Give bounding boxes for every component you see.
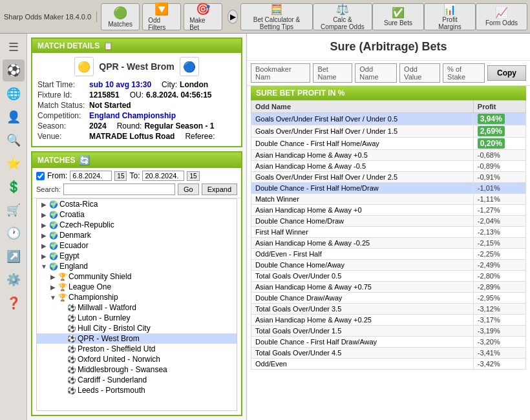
match-status-label: Match Status: — [37, 101, 89, 110]
tree-item[interactable]: ▼🏆Championship — [37, 292, 237, 302]
table-row[interactable]: Double Chance Draw/Away-2,95% — [251, 293, 526, 304]
matches-button[interactable]: 🟢 Matches — [101, 3, 140, 30]
table-row[interactable]: First Half Winner-2,13% — [251, 227, 526, 238]
sidebar-settings-icon[interactable]: ⚙️ — [3, 269, 25, 291]
table-row[interactable]: Goals Over/Under First Half Over / Under… — [251, 113, 526, 125]
tree-expand-icon: ▶ — [39, 241, 48, 250]
sidebar-star-icon[interactable]: ⭐ — [3, 152, 25, 174]
table-row[interactable]: Asian Handicap Home & Away +0-1,27% — [251, 205, 526, 216]
sidebar-home-icon[interactable]: ☰ — [3, 36, 25, 58]
tree-item[interactable]: ⚽Cardiff - Sunderland — [37, 375, 237, 385]
sidebar-globe-icon[interactable]: 🌐 — [3, 83, 25, 105]
table-row[interactable]: Asian Handicap Home & Away -0.5-0,89% — [251, 161, 526, 172]
table-row[interactable]: Double Chance - First Half Draw/Away-3,2… — [251, 337, 526, 348]
copy-button[interactable]: Copy — [487, 65, 526, 81]
sure-bets-button[interactable]: ✅ Sure Bets — [372, 3, 424, 30]
form-odds-button[interactable]: 📈 Form Odds — [476, 3, 527, 30]
sidebar-cart-icon[interactable]: 🛒 — [3, 199, 25, 221]
from-calendar-button[interactable]: 15 — [114, 171, 127, 181]
tree-container[interactable]: ▶🌍Costa-Rica▶🌍Croatia▶🌍Czech-Republic▶🌍D… — [36, 198, 237, 411]
form-odds-label: Form Odds — [485, 19, 518, 26]
tree-item[interactable]: ▶🌍Denmark — [37, 230, 237, 240]
table-row[interactable]: Match Winner-1,11% — [251, 194, 526, 205]
tree-item[interactable]: ▶🌍Czech-Republic — [37, 220, 237, 230]
tree-item[interactable]: ⚽Millwall - Watford — [37, 302, 237, 313]
sidebar-search-icon[interactable]: 🔍 — [3, 129, 25, 151]
tree-item[interactable]: ⚽Leeds - Portsmouth — [37, 385, 237, 395]
table-row[interactable]: Goals Over/Under First Half Over / Under… — [251, 172, 526, 183]
odd-name-field[interactable]: Odd Name — [355, 63, 397, 83]
table-row[interactable]: Double Chance - First Half Home/Away0,20… — [251, 138, 526, 150]
odd-filters-button[interactable]: 🔽 Odd Filters — [142, 3, 181, 30]
tree-item-icon: ⚽ — [67, 334, 76, 343]
table-row[interactable]: Total Goals Over/Under 0.5-2,80% — [251, 271, 526, 282]
odd-value-field[interactable]: Odd Value — [399, 63, 440, 83]
search-input[interactable] — [63, 184, 175, 195]
tree-expand-icon: ▶ — [39, 200, 48, 209]
stake-field[interactable]: % of Stake — [443, 63, 485, 83]
table-row[interactable]: Double Chance - First Half Home/Draw-1,0… — [251, 183, 526, 194]
table-row[interactable]: Total Goals Over/Under 4.5-3,41% — [251, 348, 526, 359]
to-calendar-button[interactable]: 15 — [187, 171, 199, 181]
table-row[interactable]: Odd/Even-3,42% — [251, 359, 526, 370]
tree-item[interactable]: ▶🌍Ecuador — [37, 240, 237, 251]
sidebar-person-icon[interactable]: 👤 — [3, 106, 25, 128]
table-row[interactable]: Asian Handicap Home & Away +0.25-3,17% — [251, 315, 526, 326]
tree-item[interactable]: ▶🏆Community Shield — [37, 271, 237, 282]
tree-item[interactable]: ▶🌍Egypt — [37, 251, 237, 261]
table-row[interactable]: Double Chance Home/Draw-2,04% — [251, 216, 526, 227]
sidebar-soccer-icon[interactable]: ⚽ — [3, 59, 25, 81]
match-title: QPR - West Brom — [99, 61, 174, 72]
go-button[interactable]: Go — [178, 184, 199, 195]
sidebar-dollar-icon[interactable]: 💲 — [3, 176, 25, 198]
tree-item[interactable]: ⚽Luton - Burnley — [37, 313, 237, 323]
sidebar-share-icon[interactable]: ↗️ — [3, 246, 25, 268]
tree-item[interactable]: ⚽Oxford United - Norwich — [37, 354, 237, 364]
to-date-input[interactable] — [142, 171, 184, 181]
table-row[interactable]: Asian Handicap Home & Away +0.5-0,68% — [251, 150, 526, 161]
filter-icon: 🔽 — [154, 2, 169, 16]
expand-arrow-button[interactable]: ▶ — [228, 10, 238, 24]
bet-name-field[interactable]: Bet Name — [313, 63, 352, 83]
tree-item[interactable]: ▶🌍Costa-Rica — [37, 199, 237, 209]
tree-item-icon: 🌍 — [49, 210, 58, 219]
tree-item-icon: 🌍 — [49, 220, 58, 229]
make-bet-button[interactable]: 🎯 Make Bet — [184, 3, 222, 30]
fixture-label: Fixture Id: — [37, 90, 89, 100]
table-row[interactable]: Total Goals Over/Under 1.5-3,19% — [251, 326, 526, 337]
date-checkbox[interactable] — [36, 172, 45, 180]
tree-expand-icon: ▼ — [39, 262, 48, 271]
sidebar-help-icon[interactable]: ❓ — [3, 292, 25, 314]
profit-cell: -2,80% — [473, 271, 525, 282]
profit-margins-button[interactable]: 📊 Profit Margins — [424, 3, 476, 30]
tree-item[interactable]: ⚽Hull City - Bristol City — [37, 323, 237, 333]
away-team-logo: 🔵 — [180, 57, 199, 76]
table-row[interactable]: Goals Over/Under First Half Over / Under… — [251, 125, 526, 138]
tree-item[interactable]: ▶🌍Croatia — [37, 209, 237, 220]
tree-expand-icon: ▶ — [39, 220, 48, 229]
table-row[interactable]: Double Chance Home/Away-2,49% — [251, 260, 526, 271]
table-row[interactable]: Asian Handicap Home & Away +0.75-2,89% — [251, 282, 526, 293]
table-row[interactable]: Asian Handicap Home & Away -0.25-2,15% — [251, 238, 526, 249]
from-date-input[interactable] — [70, 171, 112, 181]
profit-cell: -3,20% — [473, 337, 525, 348]
tree-item[interactable]: ▶🏆League One — [37, 282, 237, 292]
tree-item-label: Middlesbrough - Swansea — [78, 365, 167, 374]
table-row[interactable]: Odd/Even - First Half-2,25% — [251, 249, 526, 260]
tree-item[interactable]: ⚽Middlesbrough - Swansea — [37, 364, 237, 375]
tree-item[interactable]: ⚽Preston - Sheffield Utd — [37, 344, 237, 354]
sidebar-clock-icon[interactable]: 🕐 — [3, 222, 25, 244]
calc-compare-button[interactable]: ⚖️ Calc & Compare Odds — [313, 3, 372, 30]
profit-cell: -2,49% — [473, 260, 525, 271]
expand-button[interactable]: Expand — [202, 184, 237, 195]
tree-expand-icon — [58, 324, 67, 333]
table-row[interactable]: Total Goals Over/Under 3.5-3,12% — [251, 304, 526, 315]
bookmaker-name-field[interactable]: Bookmaker Nam — [251, 63, 310, 83]
search-row: Search: Go Expand — [36, 184, 237, 195]
bet-calculator-button[interactable]: 🧮 Bet Calculator & Betting Tips — [240, 3, 312, 30]
city-value: London — [180, 80, 208, 89]
profit-badge: 2,69% — [478, 126, 505, 136]
refresh-icon[interactable]: 🔄 — [79, 155, 90, 165]
tree-item[interactable]: ⚽QPR - West Brom — [37, 333, 237, 344]
tree-item[interactable]: ▼🌍England — [37, 261, 237, 271]
